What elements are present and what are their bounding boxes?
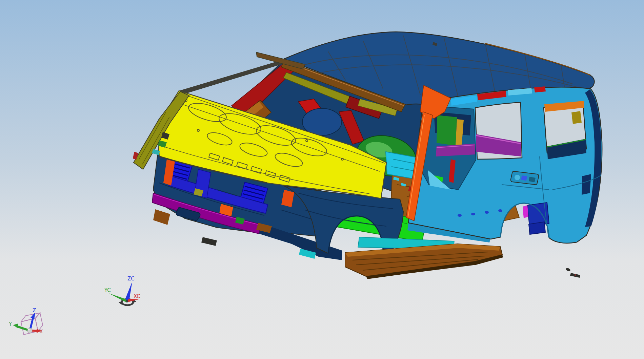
debris-red-speck [575,274,576,276]
plug-dot [458,214,462,217]
aperture-green-panel [437,115,457,146]
triad-y-label: Y [8,321,12,327]
cad-viewport[interactable]: ZC YC XC Z Y X [0,0,644,359]
wcs-yc-label: YC [104,287,111,293]
triad-origin-sphere[interactable] [27,328,32,333]
triad-sphere-highlight [28,329,30,331]
triad-z-label: Z [33,308,36,314]
plug-dot [471,213,475,215]
arch-box-navy-2[interactable] [529,222,545,234]
door-handle-cup [515,175,520,180]
plug-dot [498,209,502,212]
plug-dot [485,211,489,214]
triad-x-label: X [39,329,43,335]
rail-red-segment-2 [534,86,546,92]
d-pillar-lower-navy [582,174,591,195]
wcs-xc-label: XC [134,293,140,299]
arch-magenta-sliver [523,205,528,218]
wcs-zc-label: ZC [127,276,135,282]
quarter-window-tab-olive [571,111,582,124]
